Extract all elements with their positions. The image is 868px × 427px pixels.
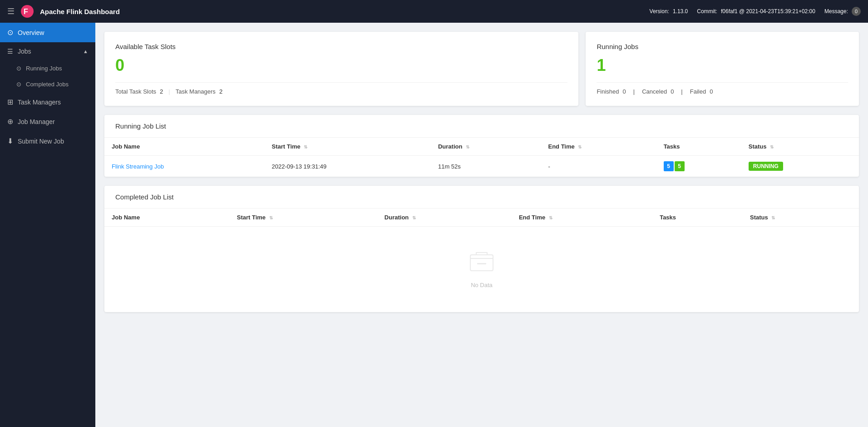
no-data-cell: No Data <box>104 227 859 313</box>
task-managers-icon: ⊞ <box>7 98 13 106</box>
topbar-right: Version: 1.13.0 Commit: f06faf1 @ 2021-0… <box>650 7 861 16</box>
task-badge-blue: 5 <box>664 161 674 171</box>
running-job-list-header: Running Job List <box>104 115 859 138</box>
start-time-sort-icon[interactable]: ⇅ <box>304 144 307 149</box>
canceled-stat: Canceled 0 <box>642 88 674 95</box>
task-managers-link[interactable]: Task Managers <box>176 88 216 95</box>
sidebar: ⊙ Overview ☰ Jobs ▲ ⊙ Running Jobs ⊙ Com… <box>0 23 95 427</box>
jobs-icon: ☰ <box>7 48 13 55</box>
finished-label: Finished <box>597 88 619 95</box>
col-job-name: Job Name <box>104 138 264 156</box>
col-start-time-c: Start Time ⇅ <box>230 209 377 227</box>
message-badge: 0 <box>852 7 861 16</box>
task-managers-value: 2 <box>219 88 222 95</box>
duration-sort-icon-c[interactable]: ⇅ <box>412 215 416 220</box>
finished-stat: Finished 0 <box>597 88 626 95</box>
sidebar-item-completed-jobs[interactable]: ⊙ Completed Jobs <box>0 76 95 92</box>
completed-job-list-header: Completed Job List <box>104 186 859 209</box>
canceled-label: Canceled <box>642 88 667 95</box>
completed-job-table-header-row: Job Name Start Time ⇅ Duration ⇅ End Tim… <box>104 209 859 227</box>
col-status-c: Status ⇅ <box>743 209 859 227</box>
duration-sort-icon[interactable]: ⇅ <box>466 144 469 149</box>
job-name-cell: Flink Streaming Job <box>104 156 264 177</box>
topbar: ☰ F Apache Flink Dashboard Version: 1.13… <box>0 0 868 23</box>
sidebar-label-jobs: Jobs <box>18 48 31 55</box>
failed-stat: Failed 0 <box>690 88 713 95</box>
task-slots-footer: Total Task Slots 2 | Task Managers 2 <box>115 82 567 95</box>
task-badge-green: 5 <box>675 161 685 171</box>
svg-rect-2 <box>470 255 493 271</box>
running-jobs-stats: Finished 0 | Canceled 0 | Failed 0 <box>597 82 848 95</box>
status-cell: RUNNING <box>741 156 859 177</box>
col-duration: Duration ⇅ <box>431 138 541 156</box>
tasks-cell: 5 5 <box>656 156 741 177</box>
sidebar-label-completed-jobs: Completed Jobs <box>26 81 69 88</box>
running-job-table-header-row: Job Name Start Time ⇅ Duration ⇅ End Tim… <box>104 138 859 156</box>
status-sort-icon[interactable]: ⇅ <box>770 144 774 149</box>
total-task-slots-label: Total Task Slots <box>115 88 156 95</box>
running-job-list-section: Running Job List Job Name Start Time ⇅ D… <box>104 115 859 177</box>
col-duration-c: Duration ⇅ <box>377 209 512 227</box>
completed-job-table: Job Name Start Time ⇅ Duration ⇅ End Tim… <box>104 209 859 312</box>
menu-icon[interactable]: ☰ <box>7 6 15 16</box>
sidebar-section-jobs[interactable]: ☰ Jobs ▲ <box>0 42 95 60</box>
message-label: Message: <box>824 8 848 15</box>
total-task-slots-value: 2 <box>160 88 163 95</box>
col-job-name-c: Job Name <box>104 209 230 227</box>
jobs-chevron-icon: ▲ <box>83 49 88 54</box>
col-end-time: End Time ⇅ <box>541 138 656 156</box>
overview-icon: ⊙ <box>7 28 13 37</box>
running-jobs-count: 1 <box>597 56 848 75</box>
end-time-sort-icon[interactable]: ⇅ <box>578 144 582 149</box>
start-time-sort-icon-c[interactable]: ⇅ <box>269 215 273 220</box>
table-row: Flink Streaming Job 2022-09-13 19:31:49 … <box>104 156 859 177</box>
canceled-value: 0 <box>671 88 674 95</box>
app-title: Apache Flink Dashboard <box>40 8 120 15</box>
end-time-sort-icon-c[interactable]: ⇅ <box>549 215 552 220</box>
col-start-time: Start Time ⇅ <box>264 138 430 156</box>
running-job-table: Job Name Start Time ⇅ Duration ⇅ End Tim… <box>104 138 859 177</box>
sidebar-label-running-jobs: Running Jobs <box>26 65 62 72</box>
no-data-container: No Data <box>112 232 852 307</box>
sidebar-item-submit-job[interactable]: ⬇ Submit New Job <box>0 131 95 151</box>
status-sort-icon-c[interactable]: ⇅ <box>771 215 775 220</box>
col-tasks-c: Tasks <box>652 209 743 227</box>
task-slots-title: Available Task Slots <box>115 43 567 50</box>
duration-cell: 11m 52s <box>431 156 541 177</box>
svg-text:F: F <box>24 8 28 15</box>
sidebar-label-overview: Overview <box>18 29 44 36</box>
finished-value: 0 <box>623 88 626 95</box>
version-label: Version: <box>650 8 669 15</box>
main-content: Available Task Slots 0 Total Task Slots … <box>95 23 868 427</box>
topbar-left: ☰ F Apache Flink Dashboard <box>7 4 120 19</box>
job-link[interactable]: Flink Streaming Job <box>112 163 164 170</box>
sidebar-item-running-jobs[interactable]: ⊙ Running Jobs <box>0 60 95 76</box>
version-value: 1.13.0 <box>673 8 688 15</box>
job-manager-icon: ⊕ <box>7 117 13 126</box>
col-end-time-c: End Time ⇅ <box>512 209 652 227</box>
col-status: Status ⇅ <box>741 138 859 156</box>
submit-job-icon: ⬇ <box>7 137 13 145</box>
no-data-row: No Data <box>104 227 859 313</box>
available-task-slots-card: Available Task Slots 0 Total Task Slots … <box>104 32 578 106</box>
failed-label: Failed <box>690 88 706 95</box>
running-jobs-title: Running Jobs <box>597 43 848 50</box>
failed-value: 0 <box>710 88 713 95</box>
svg-rect-3 <box>477 263 486 264</box>
sidebar-label-submit-job: Submit New Job <box>18 138 64 145</box>
main-layout: ⊙ Overview ☰ Jobs ▲ ⊙ Running Jobs ⊙ Com… <box>0 23 868 427</box>
sidebar-item-job-manager[interactable]: ⊕ Job Manager <box>0 112 95 131</box>
completed-job-list-section: Completed Job List Job Name Start Time ⇅… <box>104 186 859 312</box>
sidebar-item-overview[interactable]: ⊙ Overview <box>0 23 95 42</box>
running-jobs-icon: ⊙ <box>16 65 21 72</box>
end-time-cell: - <box>541 156 656 177</box>
flink-logo: F <box>20 4 35 19</box>
running-jobs-card: Running Jobs 1 Finished 0 | Canceled 0 |… <box>586 32 859 106</box>
status-badge: RUNNING <box>749 162 783 171</box>
sidebar-item-task-managers[interactable]: ⊞ Task Managers <box>0 92 95 112</box>
no-data-icon <box>468 250 495 278</box>
cards-row: Available Task Slots 0 Total Task Slots … <box>104 32 859 106</box>
col-tasks: Tasks <box>656 138 741 156</box>
sidebar-label-task-managers: Task Managers <box>18 99 61 106</box>
sidebar-label-job-manager: Job Manager <box>18 118 55 125</box>
